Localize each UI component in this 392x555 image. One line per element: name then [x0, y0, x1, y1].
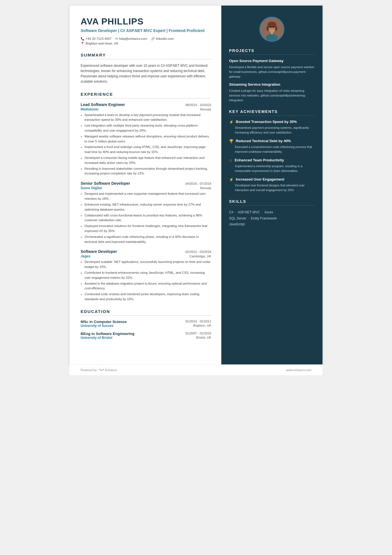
- sep1: ·: [234, 210, 237, 214]
- candidate-title: Software Developer | C# ASP.NET MVC Expe…: [81, 28, 211, 34]
- right-column: PROJECTS Open Source Payment Gateway Dev…: [221, 6, 322, 364]
- bullet: Conducted code reviews and mentored juni…: [85, 292, 211, 302]
- svg-point-7: [270, 26, 271, 28]
- ach-desc-3: Implemented a mentorship program, result…: [229, 164, 315, 173]
- svg-rect-6: [271, 31, 273, 34]
- exp-header-2: Senior Software Developer 04/2016 - 07/2…: [81, 181, 211, 186]
- sep3: ·: [274, 210, 276, 214]
- ach-title-4: Increased User Engagement: [236, 177, 284, 182]
- project-name-2: Streaming Service Integration: [229, 82, 315, 87]
- avatar: [259, 17, 284, 42]
- bullet: Contributed to frontend enhancements usi…: [85, 270, 211, 280]
- location-item: 📍 Brighton and Hove, UK: [81, 42, 118, 45]
- exp-company-3: Jagex: [81, 254, 90, 258]
- bullet: Resulting in improved stakeholder commun…: [85, 166, 211, 176]
- achievement-1: ⚡ Boosted Transaction Speed by 30% Strea…: [229, 120, 315, 135]
- sep2: ·: [261, 210, 264, 214]
- avatar-wrapper: [229, 17, 315, 42]
- footer: Powered by Enhancv www.enhancv.com: [70, 364, 322, 375]
- exp-subheader-2: Sumo Digital Remote: [81, 186, 211, 190]
- achievements-title: KEY ACHIEVEMENTS: [229, 109, 315, 116]
- exp-location-1: Remote: [200, 108, 211, 111]
- exp-company-2: Sumo Digital: [81, 186, 102, 190]
- svg-point-8: [273, 26, 274, 28]
- edu-loc-2: Bristol, UK: [196, 336, 211, 340]
- left-column: AVA PHILLIPS Software Developer | C# ASP…: [70, 6, 221, 364]
- exp-item-1: Lead Software Engineer 08/2019 - 10/2023…: [81, 102, 211, 176]
- bolt-icon-1: ⚡: [229, 120, 234, 124]
- location-icon: 📍: [81, 42, 85, 45]
- svg-point-5: [266, 34, 277, 42]
- edu-item-1: MSc in Computer Science 01/2010 - 01/201…: [81, 320, 211, 328]
- exp-item-3: Software Developer 02/2012 - 03/2016 Jag…: [81, 249, 211, 302]
- edu-degree-1: MSc in Computer Science: [81, 320, 127, 324]
- project-name-1: Open Source Payment Gateway: [229, 59, 315, 63]
- trophy-icon: 🏆: [229, 139, 234, 143]
- skills-section: SKILLS C# · ASP.NET MVC · Azure · SQL Se…: [229, 199, 315, 228]
- exp-subheader-1: Mediatonic Remote: [81, 107, 211, 111]
- bullet: Spearheaded a team to develop a key paym…: [85, 113, 211, 123]
- ach-header-3: ☆ Enhanced Team Productivity: [229, 158, 315, 163]
- exp-date-3: 02/2012 - 03/2016: [185, 250, 211, 253]
- exp-location-2: Remote: [200, 186, 211, 190]
- linkedin-url: linkedin.com: [156, 37, 174, 40]
- exp-title-3: Software Developer: [81, 249, 117, 254]
- project-desc-2: Created a plugin for easy integration of…: [229, 88, 315, 103]
- exp-company-1: Mediatonic: [81, 107, 99, 111]
- skill-csharp: C#: [229, 210, 233, 214]
- location-text: Brighton and Hove, UK: [86, 42, 118, 45]
- bullet: Developed a consumer-facing mobile app f…: [85, 156, 211, 166]
- exp-location-3: Cambridge, UK: [189, 255, 211, 258]
- bullet: Orchestrated a significant code refactor…: [85, 235, 211, 245]
- exp-date-2: 04/2016 - 07/2019: [185, 182, 211, 185]
- svg-point-4: [275, 26, 277, 31]
- bullet: Enhanced existing .NET infrastructure, r…: [85, 202, 211, 212]
- achievement-4: ⚡ Increased User Engagement Developed ne…: [229, 177, 315, 193]
- projects-section: PROJECTS Open Source Payment Gateway Dev…: [229, 48, 315, 103]
- bullet: Implemented a front-end redesign using H…: [85, 145, 211, 155]
- edu-item-2: BEng in Software Engineering 01/2007 - 0…: [81, 332, 211, 340]
- achievements-section: KEY ACHIEVEMENTS ⚡ Boosted Transaction S…: [229, 109, 315, 193]
- email-icon: ✉: [115, 37, 118, 41]
- sep4: ·: [247, 216, 250, 220]
- achievement-3: ☆ Enhanced Team Productivity Implemented…: [229, 158, 315, 173]
- phone-number: +44 20 7123 4567: [86, 37, 111, 40]
- exp-bullets-1: Spearheaded a team to develop a key paym…: [81, 113, 211, 176]
- achievement-2: 🏆 Reduced Technical Debt by 40% Executed…: [229, 139, 315, 154]
- enhancv-brand: Enhancv: [105, 368, 117, 372]
- edu-school-2: University of Bristol: [81, 336, 112, 340]
- resume-header: AVA PHILLIPS Software Developer | C# ASP…: [81, 17, 211, 45]
- candidate-name: AVA PHILLIPS: [81, 17, 211, 26]
- bullet: Assisted in the database migration proje…: [85, 281, 211, 291]
- phone-item: 📞 +44 20 7123 4567: [81, 37, 111, 41]
- ach-header-2: 🏆 Reduced Technical Debt by 40%: [229, 139, 315, 144]
- experience-title: EXPERIENCE: [81, 92, 211, 98]
- edu-degree-2: BEng in Software Engineering: [81, 332, 135, 336]
- enhancv-logo: Enhancv: [98, 368, 117, 372]
- project-item-1: Open Source Payment Gateway Developed a …: [229, 59, 315, 79]
- skills-title: SKILLS: [229, 199, 315, 206]
- bullet: Deployed innovative solutions for fronte…: [85, 224, 211, 234]
- footer-website: www.enhancv.com: [286, 368, 311, 372]
- skill-ef: Entity Framework: [251, 216, 277, 220]
- project-item-2: Streaming Service Integration Created a …: [229, 82, 315, 103]
- project-desc-1: Developed a flexible and secure open sou…: [229, 65, 315, 79]
- exp-date-1: 08/2019 - 10/2023: [185, 103, 211, 107]
- edu-school-1: University of Sussex: [81, 324, 113, 328]
- bullet: Developed scalable .NET applications, su…: [85, 260, 211, 270]
- svg-point-3: [266, 26, 269, 31]
- exp-bullets-3: Developed scalable .NET applications, su…: [81, 260, 211, 302]
- education-section: EDUCATION MSc in Computer Science 01/201…: [81, 309, 211, 340]
- edu-date-2: 01/2007 - 01/2010: [185, 332, 211, 336]
- bullet: Collaborated with cross-functional teams…: [85, 213, 211, 223]
- contact-info: 📞 +44 20 7123 4567 ✉ help@enhancv.com 🔗 …: [81, 37, 211, 45]
- exp-bullets-2: Designed and implemented a new supporter…: [81, 191, 211, 244]
- edu-loc-1: Brighton, UK: [193, 324, 211, 328]
- summary-text: Experienced software developer with over…: [81, 63, 211, 85]
- skill-azure: Azure: [264, 210, 273, 214]
- skill-sql: SQL Server: [229, 216, 246, 220]
- phone-icon: 📞: [81, 37, 85, 41]
- exp-title-1: Lead Software Engineer: [81, 102, 125, 107]
- bullet: Managed weekly software releases without…: [85, 134, 211, 144]
- ach-desc-1: Streamlined payment processing systems, …: [229, 125, 315, 135]
